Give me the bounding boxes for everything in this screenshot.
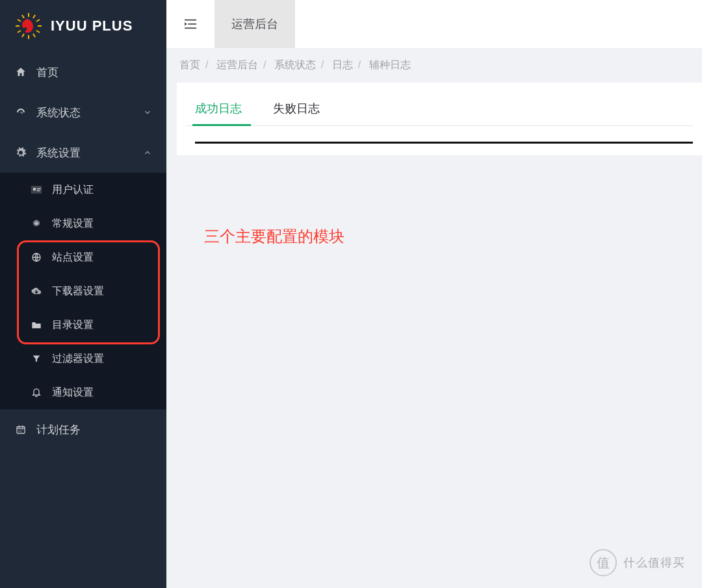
sidebar-item-system-settings[interactable]: 系统设置 bbox=[0, 133, 166, 173]
home-icon bbox=[14, 66, 27, 78]
brand-name: IYUU PLUS bbox=[51, 18, 133, 34]
sidebar-item-label: 站点设置 bbox=[52, 251, 94, 264]
dashboard-icon bbox=[14, 107, 27, 118]
indent-icon bbox=[183, 18, 198, 30]
tab-failure-log[interactable]: 失败日志 bbox=[270, 94, 322, 125]
svg-rect-12 bbox=[31, 186, 42, 194]
logo: IYUU PLUS bbox=[0, 0, 166, 52]
svg-line-5 bbox=[33, 34, 35, 37]
sidebar-submenu-settings: 用户认证 常规设置 站点设置 下载器设置 bbox=[0, 173, 166, 409]
sidebar-item-general-settings[interactable]: 常规设置 bbox=[0, 207, 166, 240]
content-tabs: 成功日志 失败日志 bbox=[186, 89, 693, 126]
svg-line-1 bbox=[33, 15, 35, 18]
calendar-icon bbox=[14, 424, 27, 435]
svg-line-4 bbox=[36, 31, 40, 32]
tab-label: 成功日志 bbox=[195, 102, 242, 115]
svg-line-11 bbox=[22, 15, 24, 18]
topbar-tab-operations[interactable]: 运营后台 bbox=[214, 0, 295, 48]
folder-icon bbox=[30, 320, 43, 329]
main-area: 运营后台 首页/ 运营后台/ 系统状态/ 日志/ 辅种日志 成功日志 失败日志 … bbox=[166, 0, 702, 588]
sidebar-item-notification-settings[interactable]: 通知设置 bbox=[0, 376, 166, 409]
id-card-icon bbox=[30, 185, 43, 195]
watermark-icon: 值 bbox=[590, 549, 617, 576]
gear-icon bbox=[30, 218, 43, 229]
chevron-down-icon bbox=[143, 108, 152, 117]
sidebar-item-label: 首页 bbox=[36, 65, 58, 80]
svg-rect-15 bbox=[37, 190, 40, 192]
sidebar-item-user-auth[interactable]: 用户认证 bbox=[0, 173, 166, 207]
sidebar-item-label: 系统设置 bbox=[36, 146, 81, 160]
sidebar-item-label: 计划任务 bbox=[36, 422, 81, 437]
chevron-up-icon bbox=[143, 148, 152, 157]
topbar-tab-label: 运营后台 bbox=[231, 16, 278, 32]
sidebar-item-site-settings[interactable]: 站点设置 bbox=[0, 240, 166, 274]
sidebar-item-filter-settings[interactable]: 过滤器设置 bbox=[0, 342, 166, 376]
globe-icon bbox=[30, 252, 43, 262]
divider bbox=[195, 142, 693, 144]
toggle-sidebar-button[interactable] bbox=[166, 0, 214, 48]
sidebar-item-home[interactable]: 首页 bbox=[0, 52, 166, 92]
sidebar-item-label: 目录设置 bbox=[52, 318, 94, 332]
breadcrumb-item[interactable]: 首页 bbox=[179, 59, 200, 70]
topbar: 运营后台 bbox=[166, 0, 702, 48]
sidebar-item-downloader-settings[interactable]: 下载器设置 bbox=[0, 274, 166, 308]
svg-line-2 bbox=[36, 19, 40, 21]
sidebar-item-directory-settings[interactable]: 目录设置 bbox=[0, 308, 166, 342]
sidebar: IYUU PLUS 首页 系统状态 系统设置 bbox=[0, 0, 166, 588]
sidebar-item-system-status[interactable]: 系统状态 bbox=[0, 92, 166, 133]
gear-icon bbox=[14, 147, 27, 159]
svg-rect-14 bbox=[37, 188, 41, 190]
breadcrumb: 首页/ 运营后台/ 系统状态/ 日志/ 辅种日志 bbox=[166, 48, 702, 83]
breadcrumb-item[interactable]: 运营后台 bbox=[216, 59, 258, 70]
tab-label: 失败日志 bbox=[273, 102, 320, 115]
watermark: 值 什么值得买 bbox=[590, 549, 685, 576]
tab-success-log[interactable]: 成功日志 bbox=[192, 94, 244, 125]
flame-logo-icon bbox=[14, 12, 43, 40]
sidebar-item-label: 通知设置 bbox=[52, 386, 94, 400]
annotation-text: 三个主要配置的模块 bbox=[204, 226, 344, 247]
svg-line-7 bbox=[22, 34, 24, 37]
sidebar-item-label: 下载器设置 bbox=[52, 285, 104, 298]
watermark-text: 什么值得买 bbox=[623, 555, 685, 570]
sidebar-item-label: 常规设置 bbox=[52, 217, 94, 231]
sidebar-item-scheduled-tasks[interactable]: 计划任务 bbox=[0, 409, 166, 450]
sidebar-item-label: 过滤器设置 bbox=[52, 352, 104, 366]
content-card: 成功日志 失败日志 bbox=[177, 83, 702, 155]
svg-line-10 bbox=[18, 19, 21, 21]
bell-icon bbox=[30, 387, 43, 398]
svg-line-8 bbox=[18, 31, 21, 32]
breadcrumb-item[interactable]: 日志 bbox=[332, 59, 353, 70]
breadcrumb-item: 辅种日志 bbox=[369, 59, 411, 70]
cloud-download-icon bbox=[30, 286, 43, 296]
filter-icon bbox=[30, 354, 43, 363]
sidebar-item-label: 系统状态 bbox=[36, 105, 81, 120]
svg-point-13 bbox=[33, 188, 36, 191]
sidebar-item-label: 用户认证 bbox=[52, 183, 94, 197]
breadcrumb-item[interactable]: 系统状态 bbox=[274, 59, 316, 70]
